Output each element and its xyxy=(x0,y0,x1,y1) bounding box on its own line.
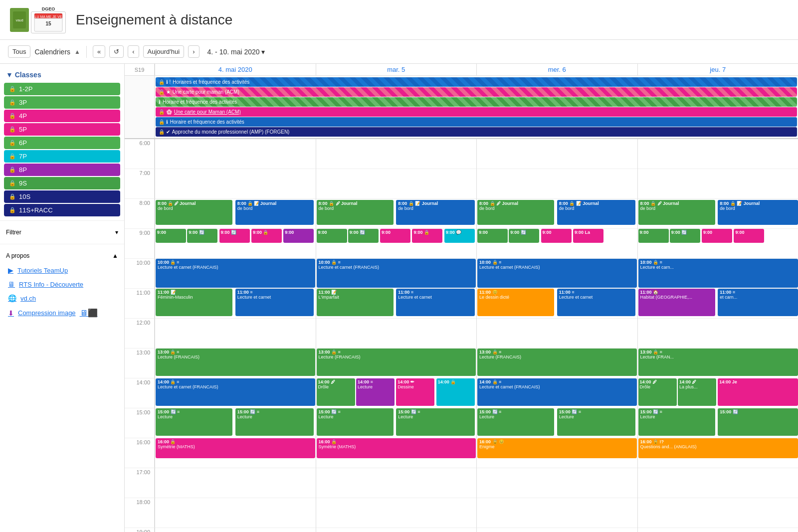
tue-event-14-lecture[interactable]: 14:00 ≡ Lecture xyxy=(356,378,395,406)
class-item-7P[interactable]: 🔒 7P xyxy=(4,150,120,163)
wed-event-8-journal-blue[interactable]: 8:00 🔒 📝 Journal de bord xyxy=(557,200,636,225)
next-button[interactable]: › xyxy=(188,45,199,58)
apropos-header[interactable]: A propos ▲ xyxy=(0,248,124,263)
wed-event-8-journal-green[interactable]: 8:00 🔒 🖊 Journal de bord xyxy=(477,200,554,225)
class-item-5P[interactable]: 🔒 5P xyxy=(4,123,120,136)
wed-event-9-3[interactable]: 9:00 xyxy=(541,229,572,243)
tue-event-15-1[interactable]: 15:00 🔄 ≡ Lecture xyxy=(317,408,394,436)
wed-event-15-2[interactable]: 15:00 🔄 ≡ Lecture xyxy=(557,408,636,436)
mon-event-15-2[interactable]: 15:00 🔄 ≡ Lecture xyxy=(235,408,314,436)
class-item-4P[interactable]: 🔒 4P xyxy=(4,110,120,122)
tous-button[interactable]: Tous xyxy=(8,45,30,58)
tue-event-9-1[interactable]: 9:00 xyxy=(317,229,347,243)
tue-event-9-3[interactable]: 9:00 xyxy=(380,229,410,243)
mon-event-9-4[interactable]: 9:00 🔒 xyxy=(251,229,282,243)
class-item-8P[interactable]: 🔒 8P xyxy=(4,164,120,176)
thu-event-8-journal-blue[interactable]: 8:00 🔒 📝 Journal de bord xyxy=(718,200,798,225)
mon-event-10-lecture[interactable]: 10:00 🔒 ≡ Lecture et carnet (FRANCAIS) xyxy=(156,259,315,288)
mon-event-8-journal-blue[interactable]: 8:00 🔒 📝 Journal de bord xyxy=(235,200,314,225)
tue-event-8-journal-green[interactable]: 8:00 🔒 🖊 Journal de bord xyxy=(317,200,394,225)
mon-event-14-lecture[interactable]: 14:00 🔒 ≡ Lecture et carnet (FRANCAIS) xyxy=(156,378,315,406)
allday-event-5[interactable]: 🔒 ℹ Horaire et fréquence des activités xyxy=(156,117,797,127)
wed-event-9-1[interactable]: 9:00 xyxy=(477,229,508,243)
today-button[interactable]: Aujourd'hui xyxy=(143,45,185,58)
mon-event-8-journal-green[interactable]: 8:00 🔒 🖊 Journal de bord xyxy=(156,200,232,225)
mon-event-9-2[interactable]: 9:00 🔄 xyxy=(187,229,217,243)
prev-week-button[interactable]: « xyxy=(93,45,105,58)
prev-button[interactable]: ‹ xyxy=(128,45,139,58)
calendriers-chevron[interactable]: ▲ xyxy=(74,48,80,55)
tue-event-14-drole[interactable]: 14:00 🖊 Drôle xyxy=(317,378,355,406)
tue-event-9-2[interactable]: 9:00 🔄 xyxy=(348,229,379,243)
link-tutoriels[interactable]: ▶ Tutoriels TeamUp xyxy=(0,263,124,277)
wed-event-15-1[interactable]: 15:00 🔄 ≡ Lecture xyxy=(477,408,554,436)
thu-event-15-2[interactable]: 15:00 🔄 xyxy=(718,408,798,436)
mon-event-9-5[interactable]: 9:00 xyxy=(283,229,314,243)
tue-event-14-dessine[interactable]: 14:00 ✏ Dessine xyxy=(396,378,434,406)
mon-event-11-feminin[interactable]: 11:00 📝 Féminin-Masculin xyxy=(156,289,232,316)
wed-event-9-4[interactable]: 9:00 La xyxy=(573,229,603,243)
thu-event-14-laplus[interactable]: 14:00 🖊 La plus... xyxy=(678,378,716,406)
thu-event-9-4[interactable]: 9:00 xyxy=(734,229,764,243)
wed-event-16-enigme[interactable]: 16:00 🔒 😊 Enigme xyxy=(477,438,637,458)
thu-event-9-1-text: 9:00 xyxy=(640,230,667,235)
thu-event-9-3[interactable]: 9:00 xyxy=(702,229,732,243)
tue-event-11-lecture[interactable]: 11:00 ≡ Lecture et carnet xyxy=(396,289,475,316)
wed-event-11-dessin[interactable]: 11:00 😊 Le dessin dicté xyxy=(477,289,554,316)
allday-event-4[interactable]: 🔒 🌸 Une carte pour Maman (ACM) xyxy=(156,107,797,117)
filter-header[interactable]: Filtrer ▾ xyxy=(0,225,124,240)
mon-event-11-lecture[interactable]: 11:00 ≡ Lecture et carnet xyxy=(235,289,314,316)
refresh-button[interactable]: ↺ xyxy=(109,45,124,58)
thu-event-11-habitat-header: 11:00 🏠 xyxy=(640,290,713,295)
lock-icon-11S-RACC: 🔒 xyxy=(9,207,16,213)
tue-event-9-4[interactable]: 9:00 🔒 xyxy=(412,229,442,243)
wed-event-10-lecture[interactable]: 10:00 🔒 ≡ Lecture et carnet (FRANCAIS) xyxy=(477,259,637,288)
class-item-11S-RACC[interactable]: 🔒 11S+RACC xyxy=(4,204,120,216)
mon-event-13-lecture[interactable]: 13:00 🔒 ≡ Lecture (FRANCAIS) xyxy=(156,349,315,376)
thu-event-10-lecture[interactable]: 10:00 🔒 ≡ Lecture et carn... xyxy=(638,259,798,288)
tue-event-16-symetrie[interactable]: 16:00 🔒 Symétrie (MATHS) xyxy=(317,438,476,458)
thu-event-9-2[interactable]: 9:00 🔄 xyxy=(670,229,700,243)
tue-event-10-lecture[interactable]: 10:00 🔒 ≡ Lecture et carnet (FRANCAIS) xyxy=(317,259,476,288)
thu-event-15-1[interactable]: 15:00 🔄 ≡ Lecture xyxy=(638,408,715,436)
thu-event-11-habitat[interactable]: 11:00 🏠 Habitat (GEOGRAPHIE,... xyxy=(638,289,715,316)
mon-event-16-symetrie[interactable]: 16:00 🔒 Symétrie (MATHS) xyxy=(156,438,315,458)
allday-event-3[interactable]: ℹ Horaire et fréquence des activités xyxy=(156,97,797,107)
thu-event-16-questions[interactable]: 16:00 🔒 !? Questions and... (ANGLAIS) xyxy=(638,438,798,458)
class-item-1-2P[interactable]: 🔒 1-2P xyxy=(4,83,120,95)
date-range[interactable]: 4. - 10. mai 2020 ▾ xyxy=(207,48,265,56)
wed-event-13-lecture[interactable]: 13:00 🔒 ≡ Lecture (FRANCAIS) xyxy=(477,349,637,376)
tue-event-14-4[interactable]: 14:00 🔒 xyxy=(436,378,475,406)
class-item-9S[interactable]: 🔒 9S xyxy=(4,177,120,189)
mon-event-15-1[interactable]: 15:00 🔄 ≡ Lecture xyxy=(156,408,232,436)
class-item-10S[interactable]: 🔒 10S xyxy=(4,190,120,203)
tue-event-13-lecture[interactable]: 13:00 🔒 ≡ Lecture (FRANCAIS) xyxy=(317,349,476,376)
tue-event-8-journal-blue-text: 8:00 🔒 📝 Journal xyxy=(398,201,473,206)
wed-event-14-lecture[interactable]: 14:00 🔒 ≡ Lecture et carnet (FRANCAIS) xyxy=(477,378,637,406)
tue-event-14-lecture-body: Lecture xyxy=(358,384,393,389)
link-rts[interactable]: 🖥 RTS Info - Découverte xyxy=(0,277,124,291)
tue-event-11-imparfait[interactable]: 11:00 📝 L'imparfait xyxy=(317,289,394,316)
thu-event-14-je[interactable]: 14:00 Je xyxy=(718,378,798,406)
mon-event-9-1[interactable]: 9:00 xyxy=(156,229,186,243)
wed-event-9-2[interactable]: 9:00 🔄 xyxy=(509,229,539,243)
mon-event-15-2-header: 15:00 🔄 ≡ xyxy=(237,409,312,414)
thu-event-13-lecture[interactable]: 13:00 🔒 ≡ Lecture (FRAN... xyxy=(638,349,798,376)
link-vd[interactable]: 🌐 vd.ch xyxy=(0,291,124,305)
allday-event-6[interactable]: 🔒 ✔ Approche du monde professionnel (AMP… xyxy=(156,127,797,137)
wed-event-11-lecture[interactable]: 11:00 ≡ Lecture et carnet xyxy=(557,289,636,316)
tue-event-15-2[interactable]: 15:00 🔄 ≡ Lecture xyxy=(396,408,475,436)
thu-event-9-1[interactable]: 9:00 xyxy=(638,229,669,243)
class-item-3P[interactable]: 🔒 3P xyxy=(4,96,120,109)
link-compression[interactable]: ⬇ Compression image 🖥⬛ xyxy=(0,305,124,321)
thu-event-14-drole[interactable]: 14:00 🖊 Drôle xyxy=(638,378,677,406)
thu-event-11-2[interactable]: 11:00 ≡ et carn... xyxy=(718,289,798,316)
tue-event-9-5[interactable]: 9:00 💬 xyxy=(444,229,475,243)
tue-event-8-journal-blue[interactable]: 8:00 🔒 📝 Journal de bord xyxy=(396,200,475,225)
allday-event-2[interactable]: 🔒 ★ Une carte pour maman (ACM) xyxy=(156,87,797,97)
class-item-6P[interactable]: 🔒 6P xyxy=(4,137,120,149)
tue-event-15-2-body: Lecture xyxy=(398,414,473,419)
thu-event-8-journal-green[interactable]: 8:00 🔒 🖊 Journal de bord xyxy=(638,200,715,225)
allday-event-1[interactable]: 🔒 ℹ ! Horaires et fréquence des activité… xyxy=(156,77,797,87)
mon-event-9-3[interactable]: 9:00 🔄 xyxy=(219,229,250,243)
